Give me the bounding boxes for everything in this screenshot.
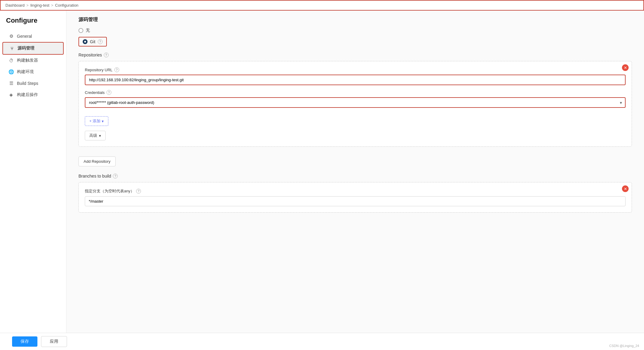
sidebar-item-steps-label: Build Steps [17,81,38,86]
save-button[interactable]: 保存 [12,336,37,347]
credentials-field: Credentials ? root/****** (gitlab-root-a… [85,90,626,108]
sidebar-item-post-label: 构建后操作 [17,92,38,98]
repositories-text: Repositories [78,53,102,57]
add-credential-button[interactable]: + 添加 ▾ [85,116,108,126]
credentials-label: Credentials ? [85,90,626,95]
gear-icon: ⚙ [8,34,14,39]
sidebar-item-build-trigger[interactable]: ⏱ 构建触发器 [2,55,64,66]
sidebar-title: Configure [0,17,66,31]
branch-specifier-input[interactable] [85,196,626,206]
repo-close-button[interactable]: ✕ [622,64,629,71]
clock-icon: ⏱ [8,58,14,63]
branch-close-button[interactable]: ✕ [622,185,629,192]
add-repository-label: Add Repository [84,159,110,164]
git-label: Git [90,39,95,44]
main-content: 源码管理 无 Git ? Repositories ? ✕ [66,11,644,348]
branch-specifier-help-icon[interactable]: ? [136,189,141,194]
sidebar-item-build-steps[interactable]: ☰ Build Steps [2,78,64,89]
sidebar-item-source-mgmt[interactable]: ⑂ 源码管理 [2,42,64,55]
add-credential-dropdown-icon: ▾ [102,119,104,124]
credentials-help-icon[interactable]: ? [107,90,111,95]
repo-url-input[interactable] [85,75,626,85]
breadcrumb-config[interactable]: Configuration [55,3,78,8]
sidebar: Configure ⚙ General ⑂ 源码管理 ⏱ 构建触发器 🌐 构建环… [0,11,66,348]
git-option-row[interactable]: Git ? [78,37,107,47]
repositories-section: Repositories ? ✕ Repository URL ? C [78,53,632,166]
repo-url-label: Repository URL ? [85,67,626,72]
breadcrumb-sep-1: > [27,3,29,8]
repo-url-field: Repository URL ? [85,67,626,85]
watermark: CSDN @Linging_24 [609,344,639,348]
credentials-select-wrapper: root/****** (gitlab-root-auth-password) … [85,97,626,108]
sidebar-item-post-build[interactable]: ◈ 构建后操作 [2,89,64,101]
branch-card: ✕ 指定分支（为空时代表any） ? [78,182,632,213]
branches-section: Branches to build ? ✕ 指定分支（为空时代表any） ? [78,174,632,213]
bottom-bar: 保存 应用 [0,333,644,348]
branches-label: Branches to build ? [78,174,632,178]
sidebar-item-build-env[interactable]: 🌐 构建环境 [2,66,64,78]
steps-icon: ☰ [8,81,14,86]
apply-button[interactable]: 应用 [41,336,67,347]
sidebar-item-env-label: 构建环境 [17,69,34,75]
add-credential-label: + 添加 [89,118,100,124]
advanced-label: 高级 [89,133,97,138]
repositories-help-icon[interactable]: ? [104,53,109,57]
credentials-select[interactable]: root/****** (gitlab-root-auth-password) [85,97,626,108]
radio-none[interactable]: 无 [78,28,632,33]
radio-git-circle [83,39,88,44]
source-mgmt-icon: ⑂ [9,46,14,51]
branch-specifier-label: 指定分支（为空时代表any） ? [85,188,626,194]
repo-url-help-icon[interactable]: ? [114,67,119,72]
sidebar-item-source-label: 源码管理 [18,46,34,51]
branches-help-icon[interactable]: ? [113,174,118,178]
scm-section-title: 源码管理 [78,17,632,23]
add-repository-button[interactable]: Add Repository [78,156,116,166]
radio-none-circle [78,28,83,33]
branches-text: Branches to build [78,174,111,178]
repository-card: ✕ Repository URL ? Credentials ? [78,61,632,147]
breadcrumb-project[interactable]: linging-test [30,3,49,8]
advanced-button[interactable]: 高级 ▾ [85,131,106,140]
sidebar-item-trigger-label: 构建触发器 [17,58,38,63]
advanced-chevron-icon: ▾ [99,133,101,138]
repositories-label: Repositories ? [78,53,632,57]
breadcrumb: Dashboard > linging-test > Configuration [0,0,644,11]
post-build-icon: ◈ [8,92,14,98]
breadcrumb-dashboard[interactable]: Dashboard [5,3,25,8]
none-label: 无 [86,28,90,33]
sidebar-item-general-label: General [17,34,32,39]
sidebar-item-general[interactable]: ⚙ General [2,31,64,42]
breadcrumb-sep-2: > [51,3,53,8]
globe-icon: 🌐 [8,69,14,75]
git-help-icon[interactable]: ? [98,39,103,44]
